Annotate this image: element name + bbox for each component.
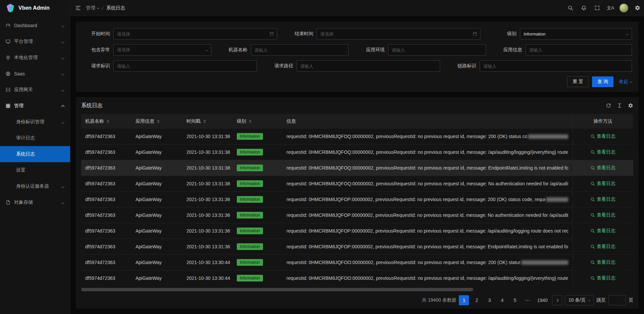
sort-icon[interactable] <box>203 120 206 123</box>
view-log-link[interactable]: 查看日志 <box>590 244 615 250</box>
view-log-link[interactable]: 查看日志 <box>590 259 615 265</box>
cell-app: ApiGateWay <box>131 207 182 223</box>
view-log-link[interactable]: 查看日志 <box>590 228 615 234</box>
view-log-link[interactable]: 查看日志 <box>590 275 615 281</box>
sidebar-item-system-log[interactable]: 系统日志 <box>0 146 70 162</box>
breadcrumb-parent[interactable]: 管理 <box>86 5 99 11</box>
view-log-link[interactable]: 查看日志 <box>590 149 615 155</box>
cell-time: 2021-10-30 13:31:38 <box>182 160 233 176</box>
header-timestamp[interactable]: 时间戳 <box>182 114 233 129</box>
app-env-input[interactable] <box>388 44 486 56</box>
table-row[interactable]: df5974d72363 ApiGateWay 2021-10-30 13:30… <box>81 270 633 285</box>
table-row[interactable]: df5974d72363 ApiGateWay 2021-10-30 13:31… <box>81 176 633 192</box>
page-button-1[interactable]: 1 <box>459 295 469 305</box>
app-logo[interactable]: Vben Admin <box>0 0 70 16</box>
sort-icon[interactable] <box>249 120 252 123</box>
sidebar-item-audit-log[interactable]: 审计日志 <box>0 130 70 146</box>
translate-icon[interactable]: 文A <box>604 0 617 16</box>
table-row[interactable]: df5974d72363 ApiGateWay 2021-10-30 13:31… <box>81 223 633 239</box>
table-row[interactable]: df5974d72363 ApiGateWay 2021-10-30 13:31… <box>81 129 633 144</box>
sidebar-item-dashboard[interactable]: Dashboard <box>0 17 70 34</box>
header-app-info[interactable]: 应用信息 <box>131 114 182 129</box>
sidebar-item-platform-management[interactable]: 平台管理 <box>0 34 70 50</box>
magnifier-icon <box>590 260 595 265</box>
trace-id-input[interactable] <box>480 60 632 72</box>
cell-app: ApiGateWay <box>131 176 182 191</box>
sidebar-item-object-storage[interactable]: 对象存储 <box>0 194 70 210</box>
refresh-icon[interactable] <box>606 103 611 108</box>
table-row[interactable]: df5974d72363 ApiGateWay 2021-10-30 13:31… <box>81 239 633 255</box>
reset-button[interactable]: 重 置 <box>567 76 589 87</box>
sidebar-item-saas[interactable]: Saas <box>0 66 70 82</box>
search-button[interactable]: 查 询 <box>592 76 613 87</box>
table-row[interactable]: df5974d72363 ApiGateWay 2021-10-30 13:31… <box>81 192 633 207</box>
table-row[interactable]: df5974d72363 ApiGateWay 2021-10-30 13:31… <box>81 160 633 176</box>
sidebar-item-auth-server[interactable]: 身份认证服务器 <box>0 178 70 194</box>
scrollbar-thumb[interactable] <box>81 288 473 291</box>
sidebar-item-app-gateway[interactable]: 应用网关 <box>0 82 70 98</box>
chevron-down-icon <box>205 49 208 51</box>
page-size-select[interactable]: 10 条/页 <box>565 295 594 305</box>
table-row[interactable]: df5974d72363 ApiGateWay 2021-10-30 13:31… <box>81 144 633 160</box>
app-info-input[interactable] <box>526 44 632 56</box>
page-button-2[interactable]: 2 <box>472 295 482 305</box>
page-button-4[interactable]: 4 <box>497 295 507 305</box>
redacted-text <box>521 260 568 265</box>
sort-icon[interactable] <box>107 120 109 123</box>
view-log-link[interactable]: 查看日志 <box>590 181 615 187</box>
end-time-picker[interactable] <box>317 28 480 40</box>
table-row[interactable]: df5974d72363 ApiGateWay 2021-10-30 13:31… <box>81 207 633 223</box>
notification-bell-icon[interactable] <box>577 0 590 16</box>
redacted-text <box>528 134 568 139</box>
cell-time: 2021-10-30 13:31:36 <box>182 207 233 223</box>
view-log-link[interactable]: 查看日志 <box>590 212 615 218</box>
view-log-link[interactable]: 查看日志 <box>590 133 615 139</box>
level-badge: Information <box>237 259 263 266</box>
settings-gear-icon[interactable] <box>631 0 644 16</box>
table-toolbar <box>606 103 633 108</box>
request-path-label: 请求路径 <box>266 63 293 69</box>
page-button-3[interactable]: 3 <box>484 295 494 305</box>
file-icon <box>5 200 11 205</box>
next-page-button[interactable] <box>552 295 562 305</box>
filter-app-env: 应用环境 <box>357 44 495 56</box>
search-icon[interactable] <box>564 0 577 16</box>
has-exception-select[interactable]: 请选择 <box>113 44 211 56</box>
level-select[interactable]: Information <box>520 28 632 40</box>
cell-app: ApiGateWay <box>131 239 182 254</box>
header-machine-name[interactable]: 机器名称 <box>81 114 131 129</box>
jump-page-input[interactable] <box>608 295 626 305</box>
column-settings-gear-icon[interactable] <box>628 103 633 108</box>
header-level[interactable]: 级别 <box>233 114 282 129</box>
app-info-label: 应用信息 <box>495 47 522 53</box>
user-avatar[interactable] <box>617 0 631 16</box>
chevron-down-icon <box>61 72 65 75</box>
sidebar-item-settings[interactable]: 设置 <box>0 162 70 178</box>
page-button-last[interactable]: 1940 <box>535 295 549 305</box>
row-height-icon[interactable] <box>617 103 622 108</box>
fullscreen-icon[interactable] <box>590 0 604 16</box>
sidebar-item-localization[interactable]: 本地化管理 <box>0 50 70 66</box>
machine-name-input[interactable] <box>251 44 349 56</box>
menu-fold-icon[interactable] <box>75 5 81 11</box>
page-button-5[interactable]: 5 <box>510 295 520 305</box>
app-root: Vben Admin Dashboard 平台管理 本地化管理 Saas 应用网… <box>0 0 644 314</box>
cell-message: requestId: 0HMCRBM8JQFOP:00000002, previ… <box>286 212 568 218</box>
request-path-input[interactable] <box>297 60 440 72</box>
cell-machine: df5974d72363 <box>81 192 131 207</box>
sidebar-item-management[interactable]: 管理 <box>0 98 70 114</box>
sort-icon[interactable] <box>157 120 160 123</box>
start-time-picker[interactable] <box>113 28 277 40</box>
collapse-link[interactable]: 收起 <box>619 79 632 85</box>
cell-time: 2021-10-30 13:31:36 <box>182 223 233 239</box>
request-id-input[interactable] <box>113 60 257 72</box>
page-ellipsis[interactable]: ••• <box>523 295 533 305</box>
machine-name-label: 机器名称 <box>220 47 248 53</box>
chevron-right-icon <box>555 299 559 302</box>
view-log-link[interactable]: 查看日志 <box>590 165 615 171</box>
view-log-link[interactable]: 查看日志 <box>590 196 615 202</box>
table-row[interactable]: df5974d72363 ApiGateWay 2021-10-30 13:30… <box>81 255 633 270</box>
filter-request-id: 请求标识 <box>83 60 266 72</box>
sidebar-item-identity-management[interactable]: 身份标识管理 <box>0 114 70 130</box>
cell-message: requestId: 0HMCRBM8JQFOQ:00000002, previ… <box>286 181 568 186</box>
